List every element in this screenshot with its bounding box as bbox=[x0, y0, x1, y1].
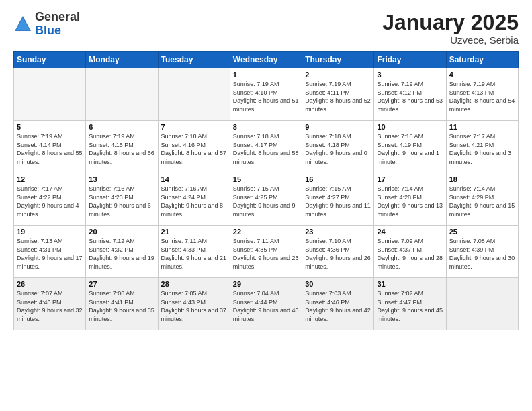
calendar-cell: 11Sunrise: 7:17 AM Sunset: 4:21 PM Dayli… bbox=[446, 121, 518, 173]
calendar-cell: 25Sunrise: 7:08 AM Sunset: 4:39 PM Dayli… bbox=[446, 226, 518, 278]
day-info: Sunrise: 7:14 AM Sunset: 4:29 PM Dayligh… bbox=[449, 185, 515, 218]
calendar-cell: 12Sunrise: 7:17 AM Sunset: 4:22 PM Dayli… bbox=[14, 173, 86, 226]
calendar-cell: 19Sunrise: 7:13 AM Sunset: 4:31 PM Dayli… bbox=[14, 226, 86, 278]
title-block: January 2025 Uzvece, Serbia bbox=[382, 11, 519, 46]
day-number: 3 bbox=[377, 71, 443, 79]
calendar-cell: 7Sunrise: 7:18 AM Sunset: 4:16 PM Daylig… bbox=[158, 121, 230, 173]
calendar-title: January 2025 bbox=[382, 11, 519, 34]
calendar-body: 1Sunrise: 7:19 AM Sunset: 4:10 PM Daylig… bbox=[14, 68, 519, 330]
weekday-header-friday: Friday bbox=[374, 52, 446, 68]
day-info: Sunrise: 7:19 AM Sunset: 4:12 PM Dayligh… bbox=[377, 80, 443, 113]
day-number: 12 bbox=[17, 175, 83, 183]
day-number: 25 bbox=[449, 228, 515, 236]
calendar-cell bbox=[158, 68, 230, 121]
day-number: 10 bbox=[377, 123, 443, 131]
day-info: Sunrise: 7:12 AM Sunset: 4:32 PM Dayligh… bbox=[89, 237, 154, 271]
day-info: Sunrise: 7:11 AM Sunset: 4:35 PM Dayligh… bbox=[233, 237, 299, 271]
day-number: 22 bbox=[233, 228, 299, 236]
day-info: Sunrise: 7:18 AM Sunset: 4:16 PM Dayligh… bbox=[161, 132, 227, 166]
day-number: 28 bbox=[161, 280, 227, 288]
header: General Blue January 2025 Uzvece, Serbia bbox=[13, 11, 519, 46]
calendar-cell: 5Sunrise: 7:19 AM Sunset: 4:14 PM Daylig… bbox=[14, 121, 86, 173]
day-info: Sunrise: 7:11 AM Sunset: 4:33 PM Dayligh… bbox=[161, 237, 227, 271]
day-info: Sunrise: 7:04 AM Sunset: 4:44 PM Dayligh… bbox=[233, 289, 299, 323]
weekday-header-thursday: Thursday bbox=[302, 52, 374, 68]
day-info: Sunrise: 7:07 AM Sunset: 4:40 PM Dayligh… bbox=[17, 289, 83, 323]
calendar-cell: 24Sunrise: 7:09 AM Sunset: 4:37 PM Dayli… bbox=[374, 226, 446, 278]
calendar-cell: 14Sunrise: 7:16 AM Sunset: 4:24 PM Dayli… bbox=[158, 173, 230, 226]
day-number: 27 bbox=[89, 280, 154, 288]
day-number: 17 bbox=[377, 175, 443, 183]
logo-blue: Blue bbox=[35, 24, 61, 37]
calendar-cell: 10Sunrise: 7:18 AM Sunset: 4:19 PM Dayli… bbox=[374, 121, 446, 173]
day-info: Sunrise: 7:16 AM Sunset: 4:23 PM Dayligh… bbox=[89, 185, 154, 218]
calendar-cell: 22Sunrise: 7:11 AM Sunset: 4:35 PM Dayli… bbox=[230, 226, 302, 278]
day-number: 26 bbox=[17, 280, 83, 288]
day-info: Sunrise: 7:19 AM Sunset: 4:14 PM Dayligh… bbox=[17, 132, 83, 166]
calendar-cell: 21Sunrise: 7:11 AM Sunset: 4:33 PM Dayli… bbox=[158, 226, 230, 278]
day-number: 30 bbox=[305, 280, 371, 288]
calendar-subtitle: Uzvece, Serbia bbox=[382, 34, 519, 46]
calendar-cell bbox=[86, 68, 158, 121]
calendar-week-2: 5Sunrise: 7:19 AM Sunset: 4:14 PM Daylig… bbox=[14, 121, 519, 173]
day-number: 2 bbox=[305, 71, 371, 79]
day-info: Sunrise: 7:13 AM Sunset: 4:31 PM Dayligh… bbox=[17, 237, 83, 271]
day-number: 6 bbox=[89, 123, 154, 131]
day-info: Sunrise: 7:03 AM Sunset: 4:46 PM Dayligh… bbox=[305, 289, 371, 323]
day-info: Sunrise: 7:19 AM Sunset: 4:10 PM Dayligh… bbox=[233, 80, 299, 113]
day-info: Sunrise: 7:18 AM Sunset: 4:18 PM Dayligh… bbox=[305, 132, 371, 166]
day-number: 29 bbox=[233, 280, 299, 288]
day-info: Sunrise: 7:06 AM Sunset: 4:41 PM Dayligh… bbox=[89, 289, 154, 323]
logo-general: General bbox=[35, 10, 80, 24]
weekday-header-saturday: Saturday bbox=[446, 52, 518, 68]
day-info: Sunrise: 7:10 AM Sunset: 4:36 PM Dayligh… bbox=[305, 237, 371, 271]
day-info: Sunrise: 7:08 AM Sunset: 4:39 PM Dayligh… bbox=[449, 237, 515, 271]
calendar-week-5: 26Sunrise: 7:07 AM Sunset: 4:40 PM Dayli… bbox=[14, 278, 519, 330]
calendar-cell: 4Sunrise: 7:19 AM Sunset: 4:13 PM Daylig… bbox=[446, 68, 518, 121]
calendar-cell: 15Sunrise: 7:15 AM Sunset: 4:25 PM Dayli… bbox=[230, 173, 302, 226]
calendar-cell: 3Sunrise: 7:19 AM Sunset: 4:12 PM Daylig… bbox=[374, 68, 446, 121]
calendar-cell: 13Sunrise: 7:16 AM Sunset: 4:23 PM Dayli… bbox=[86, 173, 158, 226]
day-number: 11 bbox=[449, 123, 515, 131]
day-number: 16 bbox=[305, 175, 371, 183]
calendar-cell: 20Sunrise: 7:12 AM Sunset: 4:32 PM Dayli… bbox=[86, 226, 158, 278]
day-number: 4 bbox=[449, 71, 515, 79]
day-info: Sunrise: 7:18 AM Sunset: 4:19 PM Dayligh… bbox=[377, 132, 443, 166]
weekday-header-row: SundayMondayTuesdayWednesdayThursdayFrid… bbox=[14, 52, 519, 68]
day-number: 23 bbox=[305, 228, 371, 236]
calendar-table: SundayMondayTuesdayWednesdayThursdayFrid… bbox=[13, 51, 519, 330]
logo-icon bbox=[13, 15, 32, 34]
calendar-cell bbox=[446, 278, 518, 330]
page: General Blue January 2025 Uzvece, Serbia… bbox=[0, 0, 532, 337]
calendar-cell: 16Sunrise: 7:15 AM Sunset: 4:27 PM Dayli… bbox=[302, 173, 374, 226]
calendar-cell bbox=[14, 68, 86, 121]
day-number: 15 bbox=[233, 175, 299, 183]
day-info: Sunrise: 7:18 AM Sunset: 4:17 PM Dayligh… bbox=[233, 132, 299, 166]
calendar-cell: 31Sunrise: 7:02 AM Sunset: 4:47 PM Dayli… bbox=[374, 278, 446, 330]
day-number: 24 bbox=[377, 228, 443, 236]
weekday-header-sunday: Sunday bbox=[14, 52, 86, 68]
day-info: Sunrise: 7:09 AM Sunset: 4:37 PM Dayligh… bbox=[377, 237, 443, 271]
calendar-cell: 18Sunrise: 7:14 AM Sunset: 4:29 PM Dayli… bbox=[446, 173, 518, 226]
calendar-cell: 2Sunrise: 7:19 AM Sunset: 4:11 PM Daylig… bbox=[302, 68, 374, 121]
day-number: 18 bbox=[449, 175, 515, 183]
calendar-header: SundayMondayTuesdayWednesdayThursdayFrid… bbox=[14, 52, 519, 68]
day-info: Sunrise: 7:17 AM Sunset: 4:21 PM Dayligh… bbox=[449, 132, 515, 166]
day-info: Sunrise: 7:19 AM Sunset: 4:13 PM Dayligh… bbox=[449, 80, 515, 113]
day-number: 14 bbox=[161, 175, 227, 183]
day-number: 20 bbox=[89, 228, 154, 236]
weekday-header-monday: Monday bbox=[86, 52, 158, 68]
calendar-cell: 17Sunrise: 7:14 AM Sunset: 4:28 PM Dayli… bbox=[374, 173, 446, 226]
calendar-cell: 23Sunrise: 7:10 AM Sunset: 4:36 PM Dayli… bbox=[302, 226, 374, 278]
svg-marker-1 bbox=[16, 19, 30, 30]
day-info: Sunrise: 7:16 AM Sunset: 4:24 PM Dayligh… bbox=[161, 185, 227, 218]
day-number: 19 bbox=[17, 228, 83, 236]
day-info: Sunrise: 7:15 AM Sunset: 4:27 PM Dayligh… bbox=[305, 185, 371, 218]
day-number: 7 bbox=[161, 123, 227, 131]
weekday-header-wednesday: Wednesday bbox=[230, 52, 302, 68]
calendar-cell: 1Sunrise: 7:19 AM Sunset: 4:10 PM Daylig… bbox=[230, 68, 302, 121]
calendar-cell: 30Sunrise: 7:03 AM Sunset: 4:46 PM Dayli… bbox=[302, 278, 374, 330]
day-info: Sunrise: 7:05 AM Sunset: 4:43 PM Dayligh… bbox=[161, 289, 227, 323]
day-info: Sunrise: 7:19 AM Sunset: 4:15 PM Dayligh… bbox=[89, 132, 154, 166]
day-info: Sunrise: 7:19 AM Sunset: 4:11 PM Dayligh… bbox=[305, 80, 371, 113]
